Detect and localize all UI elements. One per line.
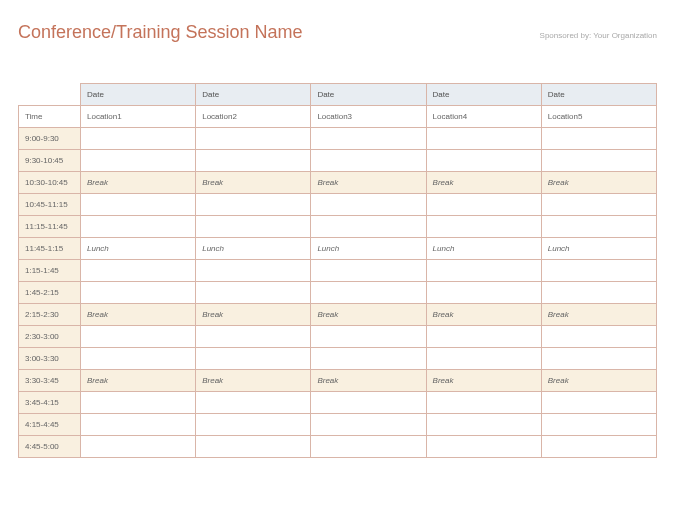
table-row: 4:15-4:45: [19, 414, 657, 436]
time-cell: 9:30-10:45: [19, 150, 81, 172]
schedule-cell: [541, 326, 656, 348]
time-cell: 4:45-5:00: [19, 436, 81, 458]
schedule-cell: [426, 128, 541, 150]
schedule-cell: [81, 436, 196, 458]
schedule-cell: [541, 392, 656, 414]
schedule-cell: [426, 150, 541, 172]
schedule-cell: Lunch: [426, 238, 541, 260]
table-row: 2:30-3:00: [19, 326, 657, 348]
table-row: 11:15-11:45: [19, 216, 657, 238]
location-header: Location5: [541, 106, 656, 128]
schedule-cell: Break: [81, 172, 196, 194]
schedule-cell: Break: [196, 172, 311, 194]
time-cell: 3:00-3:30: [19, 348, 81, 370]
time-cell: 4:15-4:45: [19, 414, 81, 436]
schedule-cell: [196, 348, 311, 370]
schedule-cell: [196, 436, 311, 458]
schedule-cell: Break: [426, 172, 541, 194]
schedule-cell: Lunch: [81, 238, 196, 260]
schedule-cell: [196, 326, 311, 348]
time-cell: 2:15-2:30: [19, 304, 81, 326]
schedule-cell: [311, 194, 426, 216]
table-row: 11:45-1:15LunchLunchLunchLunchLunch: [19, 238, 657, 260]
time-label: Time: [19, 106, 81, 128]
schedule-cell: [541, 150, 656, 172]
date-header: Date: [311, 84, 426, 106]
location-header: Location4: [426, 106, 541, 128]
schedule-cell: Break: [196, 304, 311, 326]
schedule-cell: Lunch: [196, 238, 311, 260]
schedule-cell: [311, 414, 426, 436]
time-cell: 11:45-1:15: [19, 238, 81, 260]
schedule-cell: [311, 128, 426, 150]
table-row: 9:00-9:30: [19, 128, 657, 150]
schedule-cell: [541, 128, 656, 150]
table-row: 4:45-5:00: [19, 436, 657, 458]
schedule-cell: Break: [541, 304, 656, 326]
table-row: 10:30-10:45BreakBreakBreakBreakBreak: [19, 172, 657, 194]
schedule-cell: Lunch: [311, 238, 426, 260]
schedule-cell: [81, 260, 196, 282]
time-cell: 10:30-10:45: [19, 172, 81, 194]
table-row: 3:30-3:45BreakBreakBreakBreakBreak: [19, 370, 657, 392]
schedule-cell: [426, 392, 541, 414]
schedule-cell: Break: [311, 370, 426, 392]
schedule-cell: [81, 348, 196, 370]
time-cell: 3:45-4:15: [19, 392, 81, 414]
schedule-cell: Break: [196, 370, 311, 392]
table-row: 3:45-4:15: [19, 392, 657, 414]
schedule-cell: Break: [311, 304, 426, 326]
location-header: Location2: [196, 106, 311, 128]
schedule-cell: [81, 150, 196, 172]
schedule-cell: Break: [311, 172, 426, 194]
table-row: 10:45-11:15: [19, 194, 657, 216]
schedule-cell: Break: [541, 370, 656, 392]
schedule-cell: [541, 348, 656, 370]
schedule-cell: [426, 194, 541, 216]
schedule-cell: [311, 282, 426, 304]
schedule-cell: [196, 216, 311, 238]
schedule-cell: Break: [81, 370, 196, 392]
schedule-cell: [311, 348, 426, 370]
corner-cell: [19, 84, 81, 106]
schedule-cell: [426, 414, 541, 436]
schedule-cell: [311, 326, 426, 348]
date-header: Date: [541, 84, 656, 106]
schedule-cell: [541, 260, 656, 282]
location-header: Location1: [81, 106, 196, 128]
header: Conference/Training Session Name Sponsor…: [18, 22, 657, 43]
table-row: 3:00-3:30: [19, 348, 657, 370]
schedule-cell: [196, 128, 311, 150]
page-title: Conference/Training Session Name: [18, 22, 302, 43]
time-cell: 2:30-3:00: [19, 326, 81, 348]
location-row: Time Location1 Location2 Location3 Locat…: [19, 106, 657, 128]
schedule-cell: [311, 216, 426, 238]
schedule-cell: Break: [81, 304, 196, 326]
location-header: Location3: [311, 106, 426, 128]
schedule-cell: [81, 194, 196, 216]
schedule-cell: [81, 128, 196, 150]
schedule-cell: [426, 216, 541, 238]
schedule-cell: [196, 282, 311, 304]
time-cell: 1:45-2:15: [19, 282, 81, 304]
schedule-cell: [196, 260, 311, 282]
schedule-table: Date Date Date Date Date Time Location1 …: [18, 83, 657, 458]
schedule-cell: [426, 436, 541, 458]
schedule-cell: Lunch: [541, 238, 656, 260]
schedule-cell: [426, 348, 541, 370]
schedule-cell: [311, 436, 426, 458]
schedule-cell: [541, 436, 656, 458]
schedule-cell: Break: [541, 172, 656, 194]
schedule-cell: [426, 260, 541, 282]
schedule-cell: [81, 414, 196, 436]
table-row: 9:30-10:45: [19, 150, 657, 172]
schedule-body: 9:00-9:309:30-10:4510:30-10:45BreakBreak…: [19, 128, 657, 458]
time-cell: 9:00-9:30: [19, 128, 81, 150]
schedule-cell: [81, 282, 196, 304]
time-cell: 1:15-1:45: [19, 260, 81, 282]
table-row: 2:15-2:30BreakBreakBreakBreakBreak: [19, 304, 657, 326]
schedule-cell: Break: [426, 304, 541, 326]
schedule-cell: [311, 260, 426, 282]
date-header: Date: [196, 84, 311, 106]
sponsor-text: Sponsored by: Your Organization: [540, 31, 657, 40]
